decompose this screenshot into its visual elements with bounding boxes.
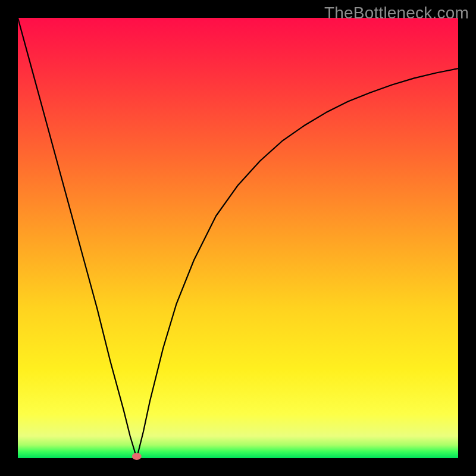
minimum-marker bbox=[132, 453, 142, 460]
chart-frame: TheBottleneck.com bbox=[0, 0, 476, 476]
watermark-text: TheBottleneck.com bbox=[324, 4, 469, 23]
curve-layer bbox=[18, 18, 458, 458]
bottleneck-curve bbox=[18, 18, 458, 458]
